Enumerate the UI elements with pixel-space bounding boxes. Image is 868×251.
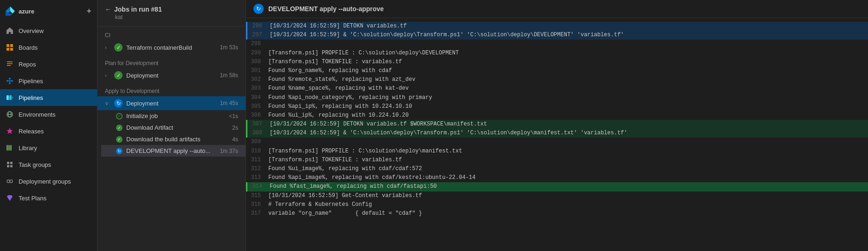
terminal-line: 306Found %ui_ip%, replacing with 10.224.…: [246, 111, 868, 120]
job-apply-deployment[interactable]: ∨ ↻ Deployment 1m 45s: [97, 96, 246, 110]
releases-icon: [6, 127, 14, 135]
terminal-line: 305Found %api_ip%, replacing with 10.224…: [246, 102, 868, 111]
terminal-line: 307[10/31/2024 16:52:59] DETOKN variable…: [246, 120, 868, 129]
terminal-line: 310[Transform.ps1] PROPFILE : C:\solutio…: [246, 147, 868, 156]
terminal-line: 296[10/31/2024 16:52:59] DETOKN variable…: [246, 22, 868, 31]
status-success-icon: ✓: [116, 136, 123, 143]
line-number: 299: [246, 49, 268, 58]
line-number: 305: [246, 102, 268, 111]
sidebar-item-boards[interactable]: Boards: [0, 39, 97, 56]
sub-item-name: Download Artifact: [126, 124, 228, 131]
sub-item-download-build[interactable]: ✓ Download the build artifacts 4s: [101, 133, 246, 145]
sub-item-duration: <1s: [229, 113, 238, 119]
sidebar-item-taskgroups[interactable]: Task groups: [0, 156, 97, 173]
svg-rect-19: [6, 145, 8, 151]
sidebar-item-label: Task groups: [19, 161, 51, 168]
line-number: 314: [247, 182, 270, 191]
terminal-title: DEVELOPMENT apply --auto-approve: [268, 5, 384, 13]
svg-rect-6: [7, 65, 11, 66]
sub-item-duration: 4s: [232, 136, 238, 143]
sidebar-item-releases[interactable]: Releases: [0, 123, 97, 139]
line-content: [10/31/2024 16:52:59] & 'C:\solution\dep…: [270, 31, 624, 40]
sub-item-duration: 1m 37s: [220, 148, 238, 154]
line-content: Found %remote_state%, replacing with azt…: [268, 75, 415, 84]
line-number: 300: [246, 58, 268, 66]
line-number: 313: [246, 173, 268, 182]
svg-rect-20: [8, 145, 10, 151]
svg-rect-2: [6, 48, 9, 51]
chevron-right-icon: ›: [105, 45, 110, 50]
job-plan-deployment[interactable]: › ✓ Deployment 1m 58s: [97, 68, 246, 82]
back-arrow-icon: ←: [105, 6, 111, 13]
terminal-line: 315[10/31/2024 16:52:59] Get-Content var…: [246, 192, 868, 200]
sidebar-item-overview[interactable]: Overview: [0, 22, 97, 39]
line-number: 301: [246, 66, 268, 75]
sub-item-initialize[interactable]: ✓ Initialize job <1s: [101, 110, 246, 122]
svg-rect-13: [6, 95, 9, 100]
sidebar-header: azure +: [0, 0, 97, 22]
terminal-line: 300[Transform.ps1] TOKENFILE : variables…: [246, 58, 868, 66]
sidebar-item-label: Test Plans: [19, 195, 46, 202]
line-number: 312: [246, 165, 268, 173]
line-content: Found %api_node_category%, replacing wit…: [268, 93, 432, 102]
line-content: [10/31/2024 16:52:59] & 'C:\solution\dep…: [270, 129, 628, 138]
testplans-icon: [6, 194, 14, 202]
status-running-icon: ↻: [116, 148, 123, 154]
sidebar-item-repos[interactable]: Repos: [0, 56, 97, 73]
terminal-line: 308[10/31/2024 16:52:59] & 'C:\solution\…: [246, 129, 868, 138]
add-button[interactable]: +: [86, 7, 91, 16]
terminal-line: 298: [246, 40, 868, 48]
line-number: 308: [247, 129, 270, 138]
terminal-line: 314Found %fast_image%, replacing with cd…: [246, 182, 868, 191]
sidebar-item-pipelines1[interactable]: Pipelines: [0, 73, 97, 89]
panel-title: Jobs in run #81: [114, 6, 162, 13]
svg-point-27: [10, 180, 13, 183]
sidebar: azure + Overview Boards Repos Pipelines …: [0, 0, 97, 251]
line-content: [10/31/2024 16:52:59] Get-Content variab…: [268, 192, 422, 200]
sidebar-item-library[interactable]: Library: [0, 139, 97, 156]
terminal-line: 299[Transform.ps1] PROPFILE : C:\solutio…: [246, 49, 868, 58]
pipeline-icon: [6, 77, 14, 85]
line-content: Found %org_name%, replacing with cdaf: [268, 66, 392, 75]
sub-item-duration: 2s: [232, 125, 238, 131]
sidebar-item-pipelines2[interactable]: Pipelines: [0, 89, 97, 106]
chevron-down-icon: ∨: [105, 100, 110, 106]
terminal-status-icon: ↻: [253, 4, 264, 14]
chevron-right-icon: ›: [105, 73, 110, 78]
terminal-panel: ↻ DEVELOPMENT apply --auto-approve 296[1…: [246, 0, 868, 251]
line-content: [Transform.ps1] TOKENFILE : variables.tf: [268, 58, 402, 66]
sidebar-item-testplans[interactable]: Test Plans: [0, 190, 97, 206]
sidebar-item-label: Boards: [19, 44, 38, 51]
deploymentgroups-icon: [6, 177, 14, 185]
sidebar-item-deploymentgroups[interactable]: Deployment groups: [0, 173, 97, 190]
status-check-icon: ✓: [116, 113, 123, 119]
svg-point-9: [9, 82, 11, 84]
terminal-line: 309: [246, 138, 868, 146]
terminal-line: 317variable "org_name" { default = "cdaf…: [246, 209, 868, 218]
line-number: 316: [246, 200, 268, 209]
back-button[interactable]: ← Jobs in run #81: [105, 6, 162, 13]
terminal-body[interactable]: 296[10/31/2024 16:52:59] DETOKN variable…: [246, 18, 868, 251]
sidebar-item-environments[interactable]: Environments: [0, 106, 97, 123]
job-terraform-containerbuild[interactable]: › ✓ Terraform containerBuild 1m 53s: [97, 40, 246, 54]
svg-rect-0: [6, 44, 9, 47]
panel-subtitle: kat: [105, 14, 238, 20]
line-content: Found %name_space%, replacing with kat-d…: [268, 84, 408, 93]
job-duration: 1m 58s: [220, 72, 238, 79]
terminal-line: 313Found %api_image%, replacing with cda…: [246, 173, 868, 182]
sub-items-list: ✓ Initialize job <1s ✓ Download Artifact…: [97, 110, 246, 157]
sidebar-item-label: Pipelines: [19, 78, 43, 85]
line-content: Found %api_image%, replacing with cdaf/k…: [268, 173, 475, 182]
line-content: [Transform.ps1] TOKENFILE : variables.tf: [268, 156, 402, 165]
repos-icon: [6, 60, 14, 68]
sub-item-dev-apply[interactable]: ↻ DEVELOPMENT apply --auto... 1m 37s: [101, 145, 246, 157]
line-number: 298: [246, 40, 268, 48]
line-content: Found %ui_image%, replacing with cdaf/cd…: [268, 165, 422, 173]
pipelines2-icon: [6, 93, 14, 102]
sub-item-download-artifact[interactable]: ✓ Download Artifact 2s: [101, 122, 246, 133]
terminal-line: 311[Transform.ps1] TOKENFILE : variables…: [246, 156, 868, 165]
section-label-ci: CI: [97, 26, 246, 40]
svg-rect-24: [7, 165, 9, 167]
terminal-line: 302Found %remote_state%, replacing with …: [246, 75, 868, 84]
job-duration: 1m 53s: [220, 44, 238, 51]
